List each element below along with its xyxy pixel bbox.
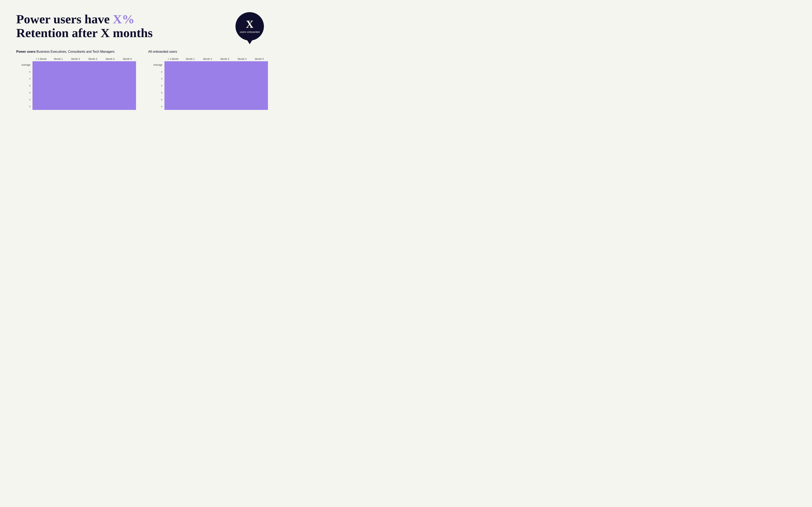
row-label-x3-right: x xyxy=(148,82,162,89)
row-label-average-left: Average xyxy=(16,61,31,68)
col-label-month5-left: Month 5 xyxy=(119,58,136,60)
stat-bubble: X users onboarded xyxy=(236,12,264,41)
col-label-month1-right: Month 1 xyxy=(182,58,199,60)
row-label-x3-left: x xyxy=(16,82,31,89)
col-label-month4-right: Month 4 xyxy=(234,58,251,60)
row-label-x6-left: x xyxy=(16,103,31,110)
row-label-average-right: Average xyxy=(148,61,162,68)
row-label-x4-right: x xyxy=(148,89,162,96)
all-users-row-labels: Average x x x x x x xyxy=(148,61,164,110)
all-users-chart: All onboarded users < 1 Month Month 1 Mo… xyxy=(148,50,268,110)
main-headline: Power users have X% Retention after X mo… xyxy=(16,12,268,40)
col-label-lt1month-right: < 1 Month xyxy=(164,58,182,60)
col-label-month5-right: Month 5 xyxy=(251,58,268,60)
row-label-x4-left: x xyxy=(16,89,31,96)
power-users-row-labels: Average x x x x x x xyxy=(16,61,33,110)
col-label-month2-left: Month 2 xyxy=(67,58,84,60)
all-users-heatmap xyxy=(164,61,268,110)
power-users-chart-wrapper: < 1 Month Month 1 Month 2 Month 3 Month … xyxy=(16,58,136,110)
power-users-chart-body: Average x x x x x x xyxy=(16,61,136,110)
col-label-lt1month-left: < 1 Month xyxy=(33,58,50,60)
power-users-title-bold: Power users xyxy=(16,50,36,53)
row-label-x2-left: x xyxy=(16,75,31,82)
all-users-chart-wrapper: < 1 Month Month 1 Month 2 Month 3 Month … xyxy=(148,58,268,110)
stat-value: X xyxy=(246,19,254,30)
power-users-title-rest: Business Executives, Consultants and Tec… xyxy=(36,50,114,53)
row-label-x1-right: x xyxy=(148,68,162,75)
power-users-title: Power users Business Executives, Consult… xyxy=(16,50,136,54)
all-users-col-headers: < 1 Month Month 1 Month 2 Month 3 Month … xyxy=(148,58,268,60)
col-label-month3-right: Month 3 xyxy=(216,58,234,60)
row-label-x5-left: x xyxy=(16,96,31,103)
power-users-heatmap xyxy=(33,61,136,110)
headline-part1: Power users have xyxy=(16,12,113,26)
headline-part2: Retention after X months xyxy=(16,26,153,40)
all-users-title-text: All onboarded users xyxy=(148,50,177,53)
power-users-col-headers: < 1 Month Month 1 Month 2 Month 3 Month … xyxy=(16,58,136,60)
power-users-chart: Power users Business Executives, Consult… xyxy=(16,50,136,110)
col-label-month1-left: Month 1 xyxy=(50,58,67,60)
col-label-month3-left: Month 3 xyxy=(84,58,101,60)
stat-label: users onboarded xyxy=(240,31,260,34)
row-label-x1-left: x xyxy=(16,68,31,75)
row-label-x5-right: x xyxy=(148,96,162,103)
headline-highlight: X% xyxy=(113,12,135,26)
row-label-x2-right: x xyxy=(148,75,162,82)
charts-container: Power users Business Executives, Consult… xyxy=(16,50,268,110)
col-label-month2-right: Month 2 xyxy=(199,58,216,60)
all-users-title: All onboarded users xyxy=(148,50,268,54)
row-label-x6-right: x xyxy=(148,103,162,110)
col-label-month4-left: Month 4 xyxy=(101,58,119,60)
all-users-chart-body: Average x x x x x x xyxy=(148,61,268,110)
